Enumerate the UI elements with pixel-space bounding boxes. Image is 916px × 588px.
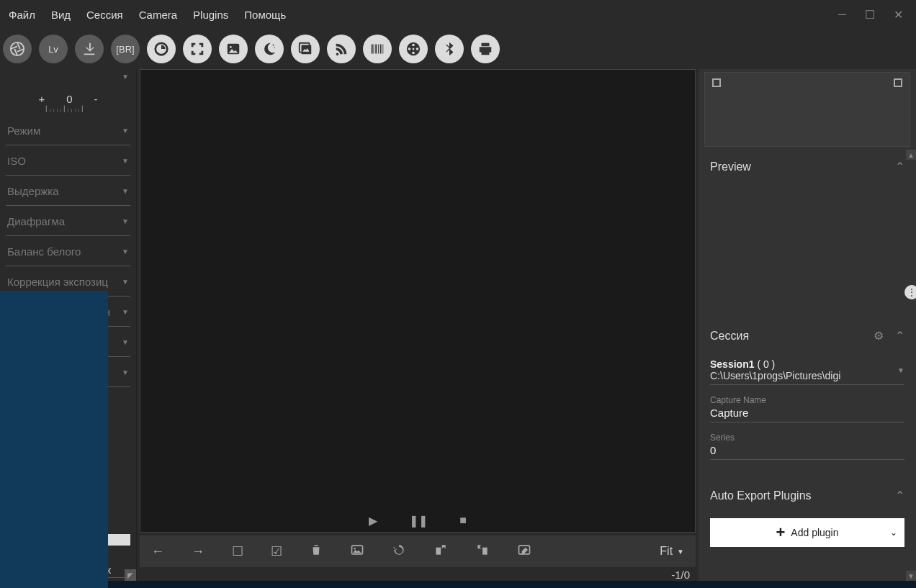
image-edit-icon — [517, 543, 531, 557]
delete-button[interactable] — [310, 543, 323, 560]
svg-point-11 — [412, 52, 415, 55]
iso-dropdown[interactable]: ISO▼ — [6, 147, 130, 176]
chevron-down-icon: ▼ — [677, 548, 684, 556]
menu-help[interactable]: Помощь — [241, 7, 289, 22]
print-button[interactable] — [471, 35, 500, 63]
pause-button[interactable]: ❚❚ — [409, 514, 428, 528]
capture-name-field[interactable]: Capture Name Capture — [710, 395, 904, 422]
bluetooth-icon — [441, 41, 457, 57]
download-icon — [81, 41, 97, 57]
menu-file[interactable]: Файл — [6, 7, 38, 22]
image-counter: -1/0 — [137, 567, 699, 581]
session-dropdown[interactable]: Session1 ( 0 ) C:\Users\1progs\Pictures\… — [710, 356, 904, 385]
capture-button[interactable] — [3, 35, 32, 63]
chevron-down-icon: ▼ — [122, 248, 129, 255]
center-panel: ▶ ❚❚ ■ ← → ☐ ☑ — [137, 69, 699, 581]
select-all-button[interactable]: ☑ — [271, 543, 282, 559]
liveview-button[interactable]: Lv — [39, 35, 68, 63]
moon-icon — [261, 41, 277, 57]
maximize-icon[interactable]: ☐ — [865, 8, 875, 22]
chevron-down-icon: ▼ — [122, 308, 129, 316]
svg-point-5 — [274, 48, 275, 48]
thumb-handle-icon — [894, 78, 902, 87]
svg-point-13 — [413, 48, 415, 50]
shutter-dropdown[interactable]: Выдержка▼ — [6, 177, 130, 206]
zoom-fit-dropdown[interactable]: Fit ▼ — [660, 545, 684, 558]
gallery-button[interactable] — [291, 35, 320, 63]
mode-dropdown[interactable]: Режим▼ — [6, 117, 130, 145]
menubar: Файл Вид Сессия Camera Plugins Помощь — [0, 7, 838, 22]
aperture-dropdown[interactable]: Диафрагма▼ — [6, 207, 130, 236]
svg-rect-16 — [436, 547, 441, 554]
open-image-button[interactable] — [350, 543, 364, 561]
more-options-icon[interactable]: ⋮ — [904, 285, 916, 299]
chevron-down-icon: ▼ — [122, 127, 129, 135]
scroll-up-icon[interactable]: ▲ — [906, 150, 916, 160]
timer-icon — [153, 41, 169, 57]
rss-icon — [333, 41, 349, 57]
rotate-right-icon — [475, 543, 490, 557]
main-area: ▼ + 0 ┃╷╷╷╷┃╷╷╷╷┃ - Режим▼ ISO▼ Выдержка… — [0, 69, 916, 581]
prev-image-button[interactable]: ← — [151, 544, 164, 559]
timer-button[interactable] — [147, 35, 176, 63]
scroll-down-icon[interactable]: ▼ — [906, 571, 916, 581]
add-plugin-button[interactable]: + Add plugin ⌄ — [710, 518, 904, 547]
chevron-down-icon: ▼ — [122, 368, 129, 376]
chevron-down-icon: ▼ — [897, 366, 904, 374]
film-reel-icon — [405, 41, 421, 57]
menu-plugins[interactable]: Plugins — [190, 7, 231, 22]
fullscreen-button[interactable] — [183, 35, 212, 63]
broadcast-button[interactable] — [327, 35, 356, 63]
download-button[interactable] — [75, 35, 104, 63]
svg-rect-17 — [482, 547, 488, 554]
playback-controls: ▶ ❚❚ ■ — [369, 514, 467, 528]
plus-icon: + — [776, 523, 785, 542]
gear-icon[interactable]: ⚙ — [874, 329, 884, 343]
window-controls: ─ ☐ ✕ — [838, 8, 916, 22]
menu-camera[interactable]: Camera — [136, 7, 180, 22]
select-none-button[interactable]: ☐ — [232, 543, 243, 559]
reel-button[interactable] — [399, 35, 428, 63]
rotate-left-icon — [434, 543, 448, 557]
gallery-icon — [297, 41, 313, 57]
rotate-right-button[interactable] — [475, 543, 490, 561]
edit-image-button[interactable] — [517, 543, 531, 561]
menu-view[interactable]: Вид — [48, 7, 73, 22]
svg-point-12 — [408, 48, 411, 50]
close-icon[interactable]: ✕ — [894, 8, 903, 22]
wb-dropdown[interactable]: Баланс белого▼ — [6, 238, 130, 266]
bracket-button[interactable]: [BR] — [111, 35, 140, 63]
bluetooth-button[interactable] — [435, 35, 464, 63]
exposure-minus: - — [94, 93, 98, 105]
chevron-up-icon: ⌃ — [895, 489, 904, 502]
night-button[interactable] — [255, 35, 284, 63]
status-bar — [0, 581, 916, 588]
image-icon — [225, 41, 241, 57]
svg-point-10 — [416, 48, 419, 50]
toolbar: Lv [BR] — [0, 29, 916, 69]
next-image-button[interactable]: → — [192, 544, 205, 559]
svg-point-3 — [230, 46, 232, 48]
rotate-left-button[interactable] — [434, 543, 448, 561]
image-toolbar: ← → ☐ ☑ Fit ▼ — [140, 535, 696, 567]
collapse-panel-icon[interactable]: ◤ — [125, 569, 136, 581]
svg-point-15 — [354, 548, 356, 550]
restore-button[interactable] — [392, 543, 406, 561]
preview-section-header[interactable]: Preview ⌃ — [699, 153, 916, 181]
stop-button[interactable]: ■ — [459, 514, 467, 528]
chevron-down-icon: ▼ — [122, 217, 129, 225]
trash-icon — [310, 543, 323, 556]
history-icon — [392, 543, 406, 557]
series-field[interactable]: Series 0 — [710, 433, 904, 460]
chevron-down-icon: ▼ — [122, 187, 129, 195]
camera-select-dropdown[interactable]: ▼ — [6, 69, 130, 83]
barcode-button[interactable] — [363, 35, 392, 63]
thumb-handle-icon — [712, 78, 721, 87]
play-button[interactable]: ▶ — [369, 514, 377, 528]
image-button[interactable] — [219, 35, 248, 63]
chevron-up-icon: ⌃ — [895, 329, 904, 343]
session-section-header[interactable]: Сессия ⚙ ⌃ — [699, 322, 916, 350]
minimize-icon[interactable]: ─ — [838, 8, 846, 22]
menu-session[interactable]: Сессия — [84, 7, 126, 22]
auto-export-section-header[interactable]: Auto Export Plugins ⌃ — [699, 481, 916, 510]
